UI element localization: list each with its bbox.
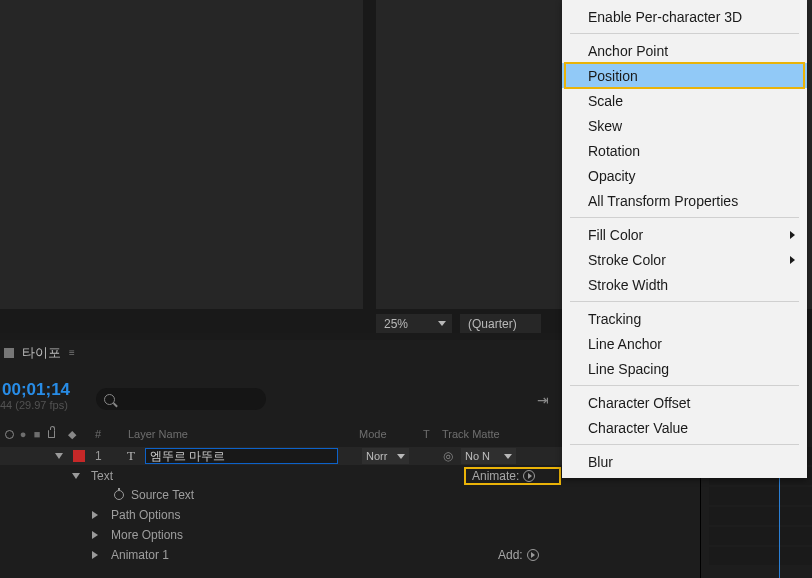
- path-options-label: Path Options: [111, 508, 180, 522]
- menu-item-label: Stroke Width: [588, 277, 668, 293]
- twirl-closed-icon[interactable]: [92, 531, 98, 539]
- preview-toolbar: 25% (Quarter): [376, 314, 541, 333]
- audio-column-icon[interactable]: ●: [17, 428, 29, 440]
- preserve-transparency-icon[interactable]: ◎: [441, 449, 455, 463]
- track-row[interactable]: [709, 507, 812, 525]
- menu-item-char-value[interactable]: Character Value: [562, 415, 807, 440]
- label-column-icon[interactable]: ◆: [64, 428, 80, 440]
- layer-name-value: 엠뚜르 마뚜르: [150, 448, 225, 465]
- menu-item-scale[interactable]: Scale: [562, 88, 807, 113]
- menu-item-tracking[interactable]: Tracking: [562, 306, 807, 331]
- fps-display: 44 (29.97 fps): [0, 399, 68, 411]
- menu-item-label: All Transform Properties: [588, 193, 738, 209]
- mode-column-header: Mode: [359, 428, 387, 440]
- menu-item-label: Fill Color: [588, 227, 643, 243]
- flyout-arrow-icon: [527, 549, 539, 561]
- track-matte-dropdown[interactable]: No N: [461, 448, 516, 464]
- menu-item-stroke-width[interactable]: Stroke Width: [562, 272, 807, 297]
- menu-item-label: Blur: [588, 454, 613, 470]
- menu-item-label: Line Spacing: [588, 361, 669, 377]
- menu-separator: [570, 444, 799, 445]
- layername-column-header: Layer Name: [128, 428, 188, 440]
- track-row[interactable]: [709, 527, 812, 545]
- menu-item-line-anchor[interactable]: Line Anchor: [562, 331, 807, 356]
- source-text-label: Source Text: [131, 488, 194, 502]
- flyout-arrow-icon: [523, 470, 535, 482]
- more-options-row[interactable]: More Options: [0, 526, 812, 544]
- menu-separator: [570, 33, 799, 34]
- trackmatte-column-header: Track Matte: [442, 428, 500, 440]
- menu-item-label: Character Offset: [588, 395, 690, 411]
- menu-item-per-char-3d[interactable]: Enable Per-character 3D: [562, 4, 807, 29]
- timeline-snap-controls[interactable]: ⇥: [537, 392, 549, 408]
- visibility-column-icon[interactable]: [3, 428, 15, 440]
- menu-separator: [570, 301, 799, 302]
- menu-separator: [570, 385, 799, 386]
- layer-name-input[interactable]: 엠뚜르 마뚜르: [145, 448, 338, 464]
- source-text-row[interactable]: Source Text: [0, 486, 812, 504]
- lock-column-icon[interactable]: [45, 428, 57, 440]
- menu-item-label: Position: [588, 68, 638, 84]
- menu-item-all-transform[interactable]: All Transform Properties: [562, 188, 807, 213]
- twirl-open-icon[interactable]: [55, 453, 63, 459]
- menu-separator: [570, 217, 799, 218]
- index-column-header: #: [95, 428, 101, 440]
- solo-column-icon[interactable]: ■: [31, 428, 43, 440]
- timecode-display[interactable]: 00;01;14: [0, 381, 70, 399]
- chevron-down-icon: [438, 321, 446, 326]
- stopwatch-icon[interactable]: [114, 490, 124, 500]
- text-group-label: Text: [91, 469, 113, 483]
- animator-row[interactable]: Animator 1: [0, 546, 812, 564]
- add-label: Add:: [498, 548, 523, 562]
- menu-item-line-spacing[interactable]: Line Spacing: [562, 356, 807, 381]
- track-matte-value: No N: [465, 450, 490, 462]
- menu-item-label: Line Anchor: [588, 336, 662, 352]
- menu-item-opacity[interactable]: Opacity: [562, 163, 807, 188]
- track-row[interactable]: [709, 547, 812, 565]
- menu-item-rotation[interactable]: Rotation: [562, 138, 807, 163]
- path-options-row[interactable]: Path Options: [0, 506, 812, 524]
- resolution-dropdown[interactable]: (Quarter): [460, 314, 541, 333]
- menu-item-char-offset[interactable]: Character Offset: [562, 390, 807, 415]
- preview-pane-left[interactable]: [0, 0, 363, 309]
- menu-item-blur[interactable]: Blur: [562, 449, 807, 474]
- menu-item-stroke-color[interactable]: Stroke Color: [562, 247, 807, 272]
- chevron-down-icon: [504, 454, 512, 459]
- menu-item-skew[interactable]: Skew: [562, 113, 807, 138]
- timeline-tab[interactable]: 타이포 ≡: [0, 340, 77, 365]
- menu-item-label: Skew: [588, 118, 622, 134]
- layer-search-input[interactable]: [96, 388, 266, 410]
- menu-item-fill-color[interactable]: Fill Color: [562, 222, 807, 247]
- animate-flyout-button[interactable]: Animate:: [464, 467, 561, 485]
- animate-label: Animate:: [472, 469, 519, 483]
- more-options-label: More Options: [111, 528, 183, 542]
- animate-context-menu: Enable Per-character 3D Anchor Point Pos…: [562, 0, 807, 478]
- blend-mode-value: Norr: [366, 450, 387, 462]
- search-icon: [104, 394, 115, 405]
- menu-item-label: Anchor Point: [588, 43, 668, 59]
- layer-label-color[interactable]: [73, 450, 85, 462]
- twirl-closed-icon[interactable]: [92, 511, 98, 519]
- zoom-dropdown[interactable]: 25%: [376, 314, 452, 333]
- menu-item-label: Opacity: [588, 168, 635, 184]
- tab-menu-icon[interactable]: ≡: [69, 347, 77, 358]
- menu-item-position[interactable]: Position: [562, 63, 807, 88]
- t-column-header: T: [423, 428, 430, 440]
- composition-icon: [4, 348, 14, 358]
- blend-mode-dropdown[interactable]: Norr: [362, 448, 409, 464]
- menu-item-label: Enable Per-character 3D: [588, 9, 742, 25]
- layer-index: 1: [95, 449, 102, 463]
- chevron-down-icon: [397, 454, 405, 459]
- add-flyout-button[interactable]: Add:: [498, 546, 539, 564]
- menu-item-label: Tracking: [588, 311, 641, 327]
- tab-label: 타이포: [22, 344, 61, 362]
- animator-label: Animator 1: [111, 548, 169, 562]
- snap-icon[interactable]: ⇥: [537, 392, 549, 408]
- text-layer-icon: T: [127, 448, 135, 464]
- twirl-closed-icon[interactable]: [92, 551, 98, 559]
- track-row[interactable]: [709, 487, 812, 505]
- menu-item-label: Stroke Color: [588, 252, 666, 268]
- menu-item-anchor-point[interactable]: Anchor Point: [562, 38, 807, 63]
- twirl-open-icon[interactable]: [72, 473, 80, 479]
- zoom-value: 25%: [384, 317, 408, 331]
